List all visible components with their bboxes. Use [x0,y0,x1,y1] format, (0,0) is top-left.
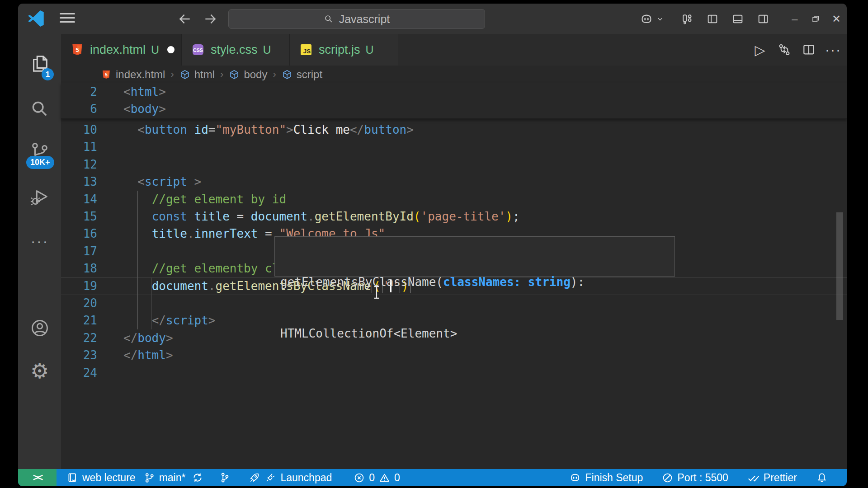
indent-guide [137,191,138,329]
notifications-bell-icon[interactable] [816,469,828,486]
js-file-icon [299,42,313,57]
breadcrumb-item-script[interactable]: script [282,68,322,81]
line-number: 23 [61,347,123,364]
line-number: 20 [61,295,123,312]
plug-icon [264,472,276,483]
titlebar: Javascript – ✕ [18,4,847,34]
copilot-icon [569,472,581,483]
remote-indicator[interactable]: >< [18,469,57,486]
line-number: 15 [61,208,123,225]
problems-item[interactable]: 0 0 [354,469,400,486]
code-line-12[interactable]: 12 [61,156,847,174]
go-forward-icon[interactable] [203,12,218,26]
line-number: 22 [61,329,123,347]
search-sidebar-icon[interactable] [18,92,61,126]
double-check-icon [747,472,760,484]
warning-icon [379,472,390,483]
launchpad-item[interactable]: Launchpad [249,469,332,486]
run-debug-icon[interactable] [18,179,61,214]
line-number: 2 [61,83,123,100]
line-number: 6 [61,100,123,117]
code-line-15[interactable]: 15 const title = document.getElementById… [61,208,847,225]
sync-changes-icon[interactable] [192,469,203,486]
tooltip-return-type: HTMLCollectionOf<Element> [280,325,669,342]
command-center-search[interactable]: Javascript [228,9,485,29]
code-line-14[interactable]: 14 //get element by id [61,191,847,208]
more-actions-icon[interactable]: ··· [824,41,842,59]
settings-gear-icon[interactable]: ⚙ [18,354,61,388]
code-line-10[interactable]: 10 <button id="myButton">Click me</butto… [61,121,847,139]
code-editor[interactable]: 10 <button id="myButton">Click me</butto… [61,83,847,469]
live-server-port-item[interactable]: Port : 5500 [662,469,728,486]
activity-bar: 1 10K+ ··· ⚙ [18,34,61,469]
line-number: 21 [61,312,123,329]
copilot-chevron-down-icon[interactable] [654,11,666,27]
menu-icon[interactable] [60,13,75,24]
minimize-button[interactable]: – [784,4,805,34]
explorer-icon[interactable]: 1 [18,47,61,81]
run-file-icon[interactable]: ▷ [751,41,769,59]
toggle-panel-icon[interactable] [730,11,745,27]
copilot-finish-setup-item[interactable]: Finish Setup [569,469,643,486]
code-line-6[interactable]: 6<body> [61,100,847,117]
explorer-badge: 1 [42,68,54,80]
toggle-secondary-sidebar-icon[interactable] [755,11,771,27]
chevron-right-icon: › [273,69,276,80]
toggle-primary-sidebar-icon[interactable] [705,11,720,27]
breadcrumb-item-file[interactable]: index.html [101,68,165,81]
open-changes-icon[interactable] [775,41,793,59]
account-icon[interactable] [18,311,61,345]
tab-script-js[interactable]: script.js U [290,34,398,66]
tooltip-signature: getElementsByClassName(classNames: strin… [280,273,669,291]
unsaved-dot[interactable] [167,46,175,53]
line-number: 10 [61,121,123,139]
git-branch-icon [144,472,155,483]
book-icon [66,472,78,483]
source-control-badge: 10K+ [26,156,54,169]
breadcrumb-item-body[interactable]: body [229,68,267,81]
search-icon [324,14,334,24]
copilot-icon[interactable] [639,11,654,27]
go-back-icon[interactable] [177,12,193,26]
source-control-icon[interactable]: 10K+ [18,134,61,169]
rocket-icon [249,472,260,483]
html5-file-icon [70,42,85,57]
sticky-scroll[interactable]: 2<html>6<body> [61,83,847,119]
code-line-13[interactable]: 13 <script > [61,173,847,191]
source-control-graph-icon[interactable] [219,469,231,486]
vscode-window: Javascript – ✕ 1 10K+ [18,4,847,486]
line-number: 19 [61,277,123,295]
breadcrumb-item-html[interactable]: html [179,68,215,81]
circle-slash-icon [662,472,673,483]
workspace-item[interactable]: web lecture [66,469,136,486]
editor-group: index.html U style.css U script.js U ▷ ·… [61,34,847,469]
tab-style-css[interactable]: style.css U [182,34,290,66]
chevron-right-icon: › [170,69,174,80]
line-number: 11 [61,138,123,156]
maximize-restore-button[interactable] [805,4,826,34]
line-number: 24 [61,364,123,382]
vscode-logo [28,10,44,27]
line-number: 14 [61,191,123,208]
code-line-2[interactable]: 2<html> [61,83,847,100]
code-line-11[interactable]: 11 [61,138,847,156]
additional-views-icon[interactable]: ··· [18,224,61,258]
prettier-item[interactable]: Prettier [747,469,797,486]
error-icon [354,472,365,483]
scrollbar-thumb[interactable] [836,212,843,320]
line-number: 16 [61,225,123,243]
tab-bar: index.html U style.css U script.js U ▷ ·… [61,34,847,66]
line-number: 18 [61,260,123,277]
close-button[interactable]: ✕ [826,4,847,34]
symbol-element-icon [229,69,240,80]
status-bar: >< web lecture main* Lau [18,469,847,486]
symbol-element-icon [282,69,292,80]
customize-layout-icon[interactable] [679,11,695,27]
git-branch-item[interactable]: main* [144,469,186,486]
tab-index-html[interactable]: index.html U [61,34,182,66]
intellisense-hover-tooltip: getElementsByClassName(classNames: strin… [274,236,675,277]
split-editor-icon[interactable] [800,41,818,59]
line-number: 17 [61,243,123,260]
mouse-ibeam-cursor [373,286,380,299]
chevron-right-icon: › [220,69,223,80]
